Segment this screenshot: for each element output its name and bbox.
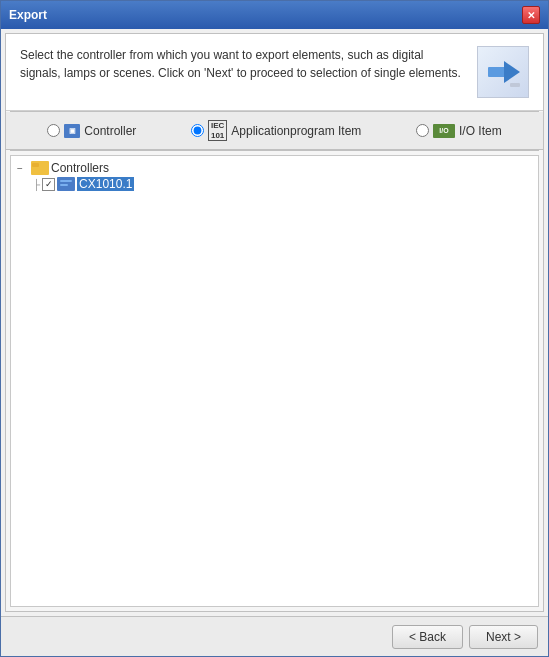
close-button[interactable]: ✕	[522, 6, 540, 24]
svg-rect-6	[60, 180, 72, 182]
export-window: Export ✕ Select the controller from whic…	[0, 0, 549, 657]
title-bar: Export ✕	[1, 1, 548, 29]
tree-checkbox-cx1010[interactable]: ✓	[42, 178, 55, 191]
cx1010-label: CX1010.1	[77, 177, 134, 191]
tree-item-controllers[interactable]: − Controllers	[13, 160, 536, 176]
radio-appitem[interactable]: IEC101 Applicationprogram Item	[191, 120, 361, 141]
radio-controller-input[interactable]	[47, 124, 60, 137]
radio-controller[interactable]: ▣ Controller	[47, 124, 136, 138]
tree-children: ├ ✓ CX1010.1	[13, 176, 536, 192]
svg-rect-4	[32, 163, 39, 167]
back-button[interactable]: < Back	[392, 625, 463, 649]
header-section: Select the controller from which you wan…	[6, 34, 543, 111]
svg-rect-7	[60, 184, 68, 186]
cx1010-device-icon	[57, 177, 75, 191]
radio-section: ▣ Controller IEC101 Applicationprogram I…	[6, 112, 543, 150]
radio-appitem-label: Applicationprogram Item	[231, 124, 361, 138]
tree-expand-icon[interactable]: −	[17, 163, 29, 174]
radio-io-label: I/O Item	[459, 124, 502, 138]
tree-item-cx1010[interactable]: ├ ✓ CX1010.1	[29, 176, 536, 192]
radio-appitem-input[interactable]	[191, 124, 204, 137]
svg-marker-1	[504, 61, 520, 83]
io-icon: I/O	[433, 124, 455, 138]
tree-root: − Controllers ├ ✓	[13, 160, 536, 192]
controller-icon: ▣	[64, 124, 80, 138]
iec-badge: IEC101	[208, 120, 227, 141]
controllers-folder-icon	[31, 161, 49, 175]
radio-io-input[interactable]	[416, 124, 429, 137]
svg-rect-0	[488, 67, 506, 77]
export-arrow-icon	[484, 53, 522, 91]
radio-controller-label: Controller	[84, 124, 136, 138]
header-description: Select the controller from which you wan…	[20, 46, 467, 82]
export-icon	[477, 46, 529, 98]
window-title: Export	[9, 8, 47, 22]
footer-section: < Back Next >	[1, 616, 548, 656]
svg-rect-2	[510, 83, 520, 87]
next-button[interactable]: Next >	[469, 625, 538, 649]
tree-connector-icon: ├	[33, 179, 40, 190]
radio-divider	[10, 150, 539, 151]
content-area: Select the controller from which you wan…	[5, 33, 544, 612]
radio-io[interactable]: I/O I/O Item	[416, 124, 502, 138]
tree-section: − Controllers ├ ✓	[10, 155, 539, 607]
tree-controllers-label: Controllers	[51, 161, 109, 175]
